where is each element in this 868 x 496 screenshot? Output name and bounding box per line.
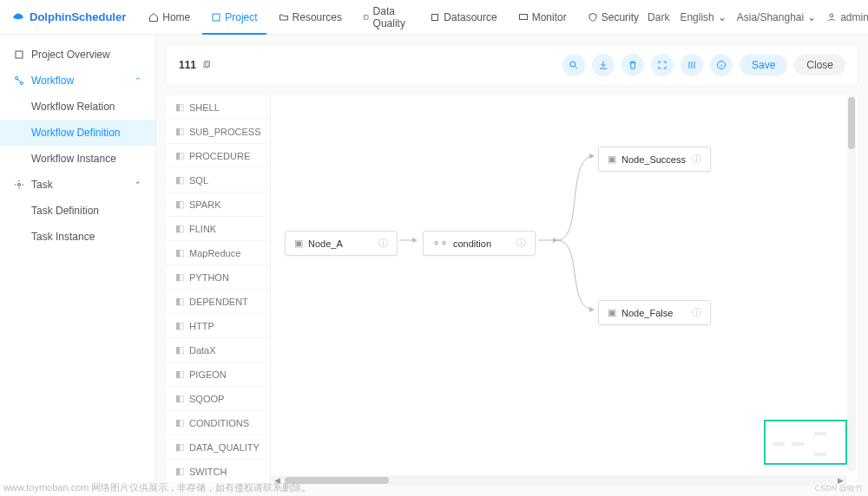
- task-type-icon: ◧: [175, 126, 184, 137]
- palette-item-mapreduce[interactable]: ◧MapReduce: [167, 241, 270, 265]
- sidebar-item-workflow-relation[interactable]: Workflow Relation: [0, 94, 155, 120]
- task-type-icon: ◧: [175, 393, 184, 404]
- palette-item-python[interactable]: ◧PYTHON: [167, 265, 270, 290]
- palette-item-conditions[interactable]: ◧CONDITIONS: [167, 411, 270, 435]
- node-label: Node_A: [308, 238, 343, 249]
- datasource-icon: [430, 12, 440, 23]
- workflow-canvas[interactable]: ▣Node_Aⓘ ⚬⚬conditionⓘ ▣Node_Successⓘ ▣No…: [271, 95, 858, 486]
- timezone-select[interactable]: Asia/Shanghai⌄: [737, 11, 816, 23]
- sidebar-item-overview[interactable]: Project Overview: [0, 42, 155, 68]
- nav-home[interactable]: Home: [140, 0, 199, 35]
- task-type-icon: ◧: [175, 271, 184, 283]
- palette-item-http[interactable]: ◧HTTP: [167, 314, 270, 338]
- palette-item-sqoop[interactable]: ◧SQOOP: [167, 387, 270, 411]
- info-icon[interactable]: ⓘ: [516, 237, 526, 250]
- download-button[interactable]: [592, 54, 615, 76]
- palette-item-label: FLINK: [189, 224, 216, 234]
- theme-toggle[interactable]: Dark: [648, 11, 669, 23]
- palette-item-flink[interactable]: ◧FLINK: [167, 217, 270, 241]
- palette-item-shell[interactable]: ◧SHELL: [167, 95, 270, 120]
- app-name: DolphinScheduler: [30, 10, 126, 23]
- delete-button[interactable]: [621, 54, 644, 76]
- main-area: Project Overview Workflow⌃ Workflow Rela…: [0, 35, 868, 496]
- palette-item-label: SQOOP: [189, 394, 224, 404]
- sidebar-item-workflow-definition[interactable]: Workflow Definition: [0, 120, 155, 146]
- task-type-icon: ◧: [175, 344, 184, 356]
- condition-icon: ⚬⚬: [432, 238, 448, 249]
- workflow-icon: [14, 75, 24, 86]
- sidebar-item-task[interactable]: Task⌃: [0, 172, 155, 198]
- palette-item-label: DATA_QUALITY: [189, 442, 260, 453]
- task-type-icon: ◧: [175, 174, 184, 186]
- node-false[interactable]: ▣Node_Falseⓘ: [598, 300, 711, 325]
- palette-item-label: CONDITIONS: [189, 418, 249, 428]
- nav-data-quality[interactable]: Data Quality: [354, 0, 418, 35]
- format-button[interactable]: [681, 54, 703, 76]
- info-icon[interactable]: ⓘ: [378, 237, 388, 250]
- content-area: 111 Save Close ◧SHELL◧SUB_PROCESS◧PROCED…: [156, 35, 868, 496]
- palette-item-label: SHELL: [189, 102, 220, 113]
- canvas-vertical-scrollbar[interactable]: [847, 95, 856, 472]
- palette-item-dependent[interactable]: ◧DEPENDENT: [167, 290, 270, 314]
- svg-rect-1: [365, 15, 368, 18]
- user-menu[interactable]: admin⌄: [826, 11, 868, 23]
- node-success[interactable]: ▣Node_Successⓘ: [598, 147, 711, 172]
- svg-point-4: [830, 14, 833, 17]
- nav-datasource[interactable]: Datasource: [421, 0, 505, 35]
- main-nav: Home Project Resources Data Quality Data…: [140, 0, 648, 35]
- trash-icon: [628, 60, 638, 70]
- palette-item-datax[interactable]: ◧DataX: [167, 338, 270, 362]
- info-button[interactable]: [710, 54, 733, 76]
- app-logo[interactable]: DolphinScheduler: [10, 10, 126, 25]
- sidebar-item-workflow[interactable]: Workflow⌃: [0, 68, 155, 94]
- node-label: Node_Success: [621, 154, 686, 165]
- palette-item-procedure[interactable]: ◧PROCEDURE: [167, 144, 270, 168]
- palette-item-pigeon[interactable]: ◧PIGEON: [167, 362, 270, 387]
- topbar-right: Dark English⌄ Asia/Shanghai⌄ admin⌄: [648, 11, 868, 23]
- nav-resources[interactable]: Resources: [270, 0, 351, 35]
- palette-item-label: MapReduce: [189, 248, 240, 258]
- palette-item-spark[interactable]: ◧SPARK: [167, 193, 270, 217]
- node-a[interactable]: ▣Node_Aⓘ: [285, 231, 398, 256]
- svg-rect-2: [432, 14, 438, 20]
- monitor-icon: [518, 12, 529, 23]
- palette-item-label: DataX: [189, 345, 216, 356]
- workflow-title: 111: [179, 59, 196, 71]
- info-icon[interactable]: ⓘ: [692, 153, 701, 166]
- user-icon: [826, 12, 837, 23]
- canvas-horizontal-scrollbar[interactable]: ◀ ▶: [271, 475, 847, 486]
- search-button[interactable]: [562, 54, 585, 76]
- svg-rect-0: [213, 14, 220, 21]
- palette-item-data_quality[interactable]: ◧DATA_QUALITY: [167, 435, 270, 460]
- nav-monitor[interactable]: Monitor: [510, 0, 575, 35]
- fullscreen-button[interactable]: [651, 54, 674, 76]
- chevron-down-icon: ⌄: [718, 11, 727, 23]
- palette-item-sub_process[interactable]: ◧SUB_PROCESS: [167, 120, 270, 144]
- sidebar-item-workflow-instance[interactable]: Workflow Instance: [0, 146, 155, 172]
- save-button[interactable]: Save: [740, 55, 787, 75]
- close-button[interactable]: Close: [794, 55, 845, 75]
- download-icon: [598, 60, 608, 70]
- nav-security[interactable]: Security: [579, 0, 648, 35]
- top-navbar: DolphinScheduler Home Project Resources …: [0, 0, 868, 35]
- minimap[interactable]: [764, 420, 847, 465]
- chevron-up-icon: ⌃: [135, 76, 141, 85]
- node-label: Node_False: [621, 308, 673, 318]
- palette-item-label: DEPENDENT: [189, 297, 248, 307]
- svg-point-11: [570, 62, 575, 67]
- task-type-icon: ◧: [175, 417, 184, 428]
- palette-item-label: PROCEDURE: [189, 151, 250, 161]
- expand-icon: [657, 60, 667, 70]
- task-type-icon: ◧: [175, 296, 184, 307]
- lang-select[interactable]: English⌄: [680, 11, 726, 23]
- palette-item-label: SWITCH: [189, 467, 227, 477]
- info-icon[interactable]: ⓘ: [692, 306, 701, 319]
- copy-icon[interactable]: [201, 60, 212, 70]
- nav-project[interactable]: Project: [202, 0, 266, 35]
- palette-item-switch[interactable]: ◧SWITCH: [167, 460, 270, 484]
- sidebar-item-task-definition[interactable]: Task Definition: [0, 198, 155, 224]
- palette-item-sql[interactable]: ◧SQL: [167, 168, 270, 193]
- node-condition[interactable]: ⚬⚬conditionⓘ: [423, 231, 536, 256]
- sidebar-item-task-instance[interactable]: Task Instance: [0, 224, 155, 250]
- node-label: condition: [453, 238, 491, 249]
